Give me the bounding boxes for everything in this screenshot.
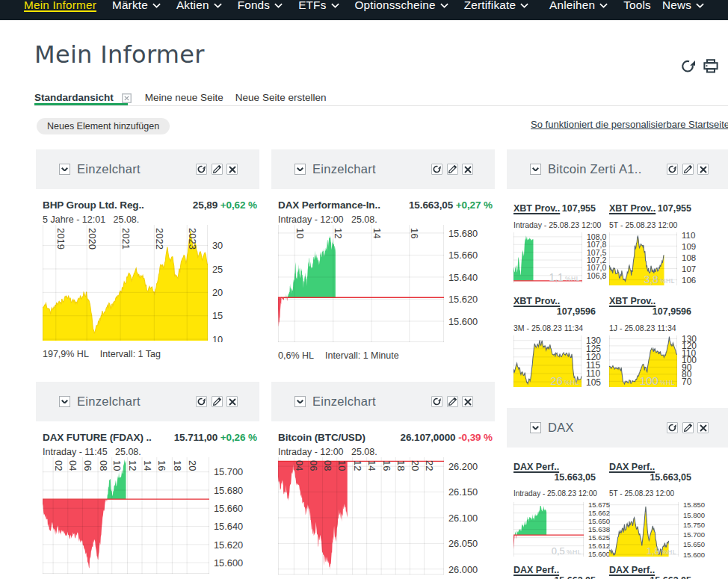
widget-edit-button[interactable]	[212, 396, 223, 407]
instrument-link[interactable]: DAX Perf..	[609, 462, 655, 472]
mini-quote-tile: DAX Perf..15.663,05	[513, 565, 609, 579]
widget-close-button[interactable]	[462, 164, 473, 175]
widget-title: Einzelchart	[77, 394, 196, 409]
instrument-link[interactable]: XBT Prov..	[513, 296, 560, 306]
widget-close-button[interactable]	[462, 396, 473, 407]
edit-pencil-icon	[684, 165, 692, 173]
chevron-down-icon	[599, 3, 608, 8]
mini-price-chart: 108,0107,8107,5107,2107,0106,81,1 %HL	[513, 232, 609, 285]
instrument-link[interactable]: DAX Perf..	[513, 565, 559, 575]
nav-item-optionsscheine[interactable]: Optionsscheine	[355, 0, 448, 10]
nav-item-m-rkte[interactable]: Märkte	[112, 0, 161, 10]
widget-header: Einzelchart	[271, 149, 495, 189]
mini-quote-tile: XBT Prov..107,955Intraday - 25.08.23 12:…	[513, 203, 609, 287]
widget-edit-button[interactable]	[447, 164, 458, 175]
page-print-icon[interactable]	[703, 59, 718, 76]
mini-price-chart: 15.67515.66215.65015.63815.62515.61215.6…	[513, 502, 609, 558]
quote-value: 15.711,00	[174, 432, 218, 443]
svg-text:15.600: 15.600	[448, 316, 478, 327]
svg-text:10: 10	[111, 460, 123, 471]
chevron-down-icon	[214, 3, 222, 8]
add-element-button[interactable]: Neues Element hinzufügen	[37, 118, 170, 134]
tab-neue-seite-erstellen[interactable]: Neue Seite erstellen	[235, 93, 327, 103]
nav-item-anleihen[interactable]: Anleihen	[549, 0, 608, 10]
chevron-down-icon	[297, 400, 303, 404]
widget-refresh-button[interactable]	[667, 164, 678, 175]
svg-text:14: 14	[366, 460, 377, 471]
widget-close-button[interactable]	[697, 422, 709, 433]
instrument-name[interactable]: DAX Performance-In..	[278, 199, 380, 211]
startpage-help-link[interactable]: So funktioniert die personalisierbare St…	[531, 119, 728, 130]
printer-icon	[703, 59, 718, 73]
quote-value: 15.663,05	[650, 472, 691, 483]
widget-refresh-button[interactable]	[431, 396, 442, 407]
widget-edit-button[interactable]	[682, 164, 694, 175]
svg-text:04: 04	[67, 460, 78, 471]
instrument-link[interactable]: XBT Prov..	[609, 296, 655, 306]
svg-text:16: 16	[156, 460, 167, 471]
mini-title-row: DAX Perf..15.663,05	[609, 565, 691, 579]
widget-close-button[interactable]	[697, 164, 709, 175]
svg-text:15.800: 15.800	[683, 511, 705, 519]
widget-edit-button[interactable]	[447, 396, 458, 407]
chart-canvas: 26.20026.15026.10026.05026.0000406081012…	[278, 457, 495, 576]
widget-c5 c-big: EinzelchartBitcoin (BTC/USD)26.107,0000 …	[271, 382, 495, 579]
chart-interval: Intervall: 1 Tag	[100, 349, 161, 359]
widget-collapse-checkbox[interactable]	[294, 396, 306, 407]
refresh-icon	[433, 165, 441, 173]
svg-text:20: 20	[187, 460, 198, 471]
widget-refresh-button[interactable]	[196, 164, 207, 175]
nav-item-etfs[interactable]: ETFs	[298, 0, 339, 10]
nav-item-tools[interactable]: Tools	[623, 0, 651, 10]
chart-canvas: 130120110100908070100 %HL	[609, 335, 703, 388]
widget-refresh-button[interactable]	[196, 396, 207, 407]
widget-collapse-checkbox[interactable]	[294, 164, 306, 175]
instrument-quote: 15.711,00 +0,26 %	[174, 432, 257, 444]
nav-item-label: Mein Informer	[24, 0, 96, 10]
instrument-name[interactable]: DAX FUTURE (FDAX) ..	[43, 432, 152, 444]
widget-edit-button[interactable]	[212, 164, 223, 175]
widget-title: Einzelchart	[77, 162, 196, 176]
close-x-icon	[700, 424, 707, 432]
mini-quote-tile: XBT Prov..107,9555T - 25.08.23 12:001101…	[609, 203, 705, 287]
instrument-link[interactable]: XBT Prov..	[609, 203, 655, 214]
instrument-name[interactable]: Bitcoin (BTC/USD)	[278, 432, 365, 444]
tab-meine-neue-seite[interactable]: Meine neue Seite	[145, 93, 223, 103]
chart-interval: Intervall: 1 Minute	[325, 350, 399, 361]
widget-c1 c-big: EinzelchartBHP Group Ltd. Reg..25,89 +0,…	[36, 149, 259, 371]
svg-text:08: 08	[322, 460, 333, 471]
instrument-quote: 25,89 +0,62 %	[193, 199, 257, 211]
widget-close-button[interactable]	[226, 164, 238, 175]
widget-collapse-checkbox[interactable]	[530, 422, 541, 433]
svg-text:106: 106	[682, 276, 696, 285]
chart-canvas: 1101091081071063,8 %HL	[609, 232, 703, 287]
chevron-down-icon	[532, 426, 539, 430]
nav-item-mein-informer[interactable]: Mein Informer	[24, 0, 96, 10]
nav-item-aktien[interactable]: Aktien	[176, 0, 222, 10]
widget-refresh-button[interactable]	[431, 164, 442, 175]
refresh-icon	[197, 165, 206, 173]
page-refresh-icon[interactable]	[681, 59, 696, 76]
close-x-icon	[229, 398, 236, 406]
nav-item-fonds[interactable]: Fonds	[238, 0, 283, 10]
svg-text:18: 18	[172, 460, 183, 471]
nav-item-zertifikate[interactable]: Zertifikate	[464, 0, 528, 10]
nav-item-news[interactable]: News	[662, 0, 704, 10]
widget-collapse-checkbox[interactable]	[530, 164, 541, 175]
instrument-link[interactable]: XBT Prov..	[513, 203, 560, 214]
widget-close-button[interactable]	[226, 396, 238, 407]
instrument-title-row: Bitcoin (BTC/USD)26.107,0000 -0,39 %	[278, 432, 493, 444]
widget-edit-button[interactable]	[682, 422, 694, 433]
widget-header: DAX	[507, 408, 728, 448]
widget-collapse-checkbox[interactable]	[59, 164, 70, 175]
svg-text:15.620: 15.620	[214, 539, 243, 551]
widget-collapse-checkbox[interactable]	[59, 396, 70, 407]
tab-standardansicht[interactable]: Standardansicht	[34, 93, 114, 103]
mini-quote-tile: DAX Perf..15.663,05	[609, 565, 705, 579]
tab-close-button[interactable]	[122, 93, 132, 102]
instrument-name[interactable]: BHP Group Ltd. Reg..	[43, 199, 144, 211]
widget-refresh-button[interactable]	[667, 422, 678, 433]
quote-value: 107,9596	[557, 306, 596, 317]
instrument-link[interactable]: DAX Perf..	[513, 462, 559, 472]
instrument-link[interactable]: DAX Perf..	[609, 565, 655, 575]
